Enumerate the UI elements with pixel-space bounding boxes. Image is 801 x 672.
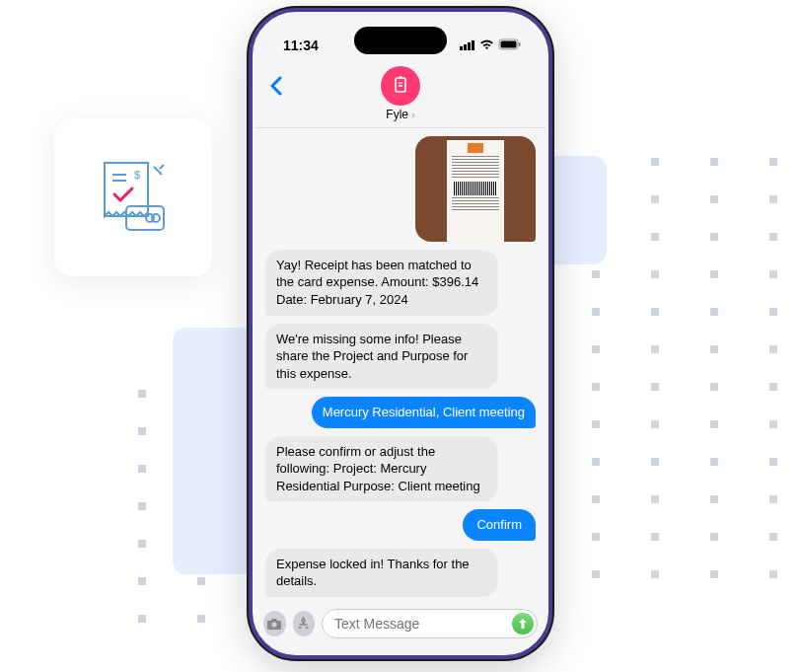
phone-mockup: 11:34 Fyle ›	[249, 8, 552, 659]
camera-icon	[266, 618, 282, 631]
message-received[interactable]: Please confirm or adjust the following: …	[265, 436, 498, 502]
message-sent[interactable]: Mercury Residential, Client meeting	[312, 397, 536, 428]
battery-icon	[498, 37, 522, 53]
app-store-icon	[296, 617, 311, 632]
receipt-thumbnail	[447, 140, 504, 242]
receipt-icon-card: $	[54, 118, 212, 276]
cellular-icon	[460, 37, 475, 53]
message-received[interactable]: Expense locked in! Thanks for the detail…	[265, 549, 498, 597]
message-sent[interactable]: Confirm	[463, 509, 536, 541]
contact-name-row[interactable]: Fyle ›	[386, 108, 414, 121]
message-input[interactable]	[322, 609, 538, 638]
camera-button[interactable]	[263, 611, 286, 636]
receipt-image-message[interactable]	[415, 136, 536, 242]
svg-rect-14	[501, 41, 517, 48]
message-input-bar	[255, 603, 546, 652]
svg-text:$: $	[134, 169, 140, 181]
contact-name: Fyle	[386, 108, 408, 121]
chevron-right-icon: ›	[411, 109, 415, 120]
message-received[interactable]: Yay! Receipt has been matched to the car…	[265, 250, 498, 316]
svg-rect-16	[396, 78, 405, 92]
status-time: 11:34	[283, 37, 319, 53]
wifi-icon	[479, 37, 494, 53]
chat-header: Fyle ›	[255, 60, 546, 128]
decorative-dots-right	[592, 158, 779, 578]
svg-rect-12	[472, 40, 474, 50]
svg-rect-11	[468, 42, 471, 50]
contact-avatar[interactable]	[381, 66, 420, 106]
back-button[interactable]	[269, 76, 282, 102]
messages-list[interactable]: Yay! Receipt has been matched to the car…	[255, 128, 546, 603]
receipt-icon: $	[87, 151, 180, 244]
svg-point-19	[272, 622, 277, 627]
svg-rect-9	[460, 46, 463, 50]
arrow-up-icon	[518, 618, 528, 630]
send-button[interactable]	[512, 613, 534, 635]
dynamic-island	[354, 27, 447, 54]
svg-rect-15	[519, 42, 521, 46]
svg-line-5	[160, 165, 164, 169]
app-store-button[interactable]	[293, 611, 316, 636]
message-received[interactable]: We're missing some info! Please share th…	[265, 324, 498, 390]
svg-rect-10	[464, 44, 467, 50]
